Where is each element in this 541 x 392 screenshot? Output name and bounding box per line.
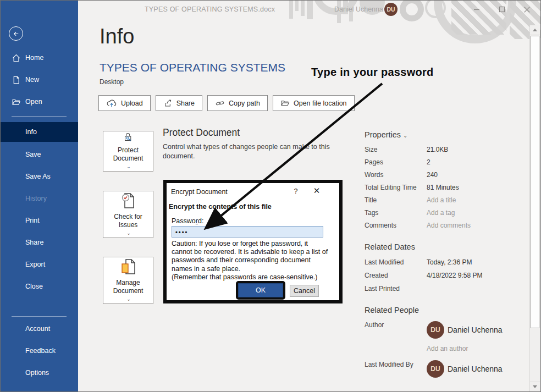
document-location: Desktop — [100, 78, 124, 86]
card-label: Manage Document — [108, 279, 148, 295]
sidebar-item-info[interactable]: Info — [1, 122, 78, 142]
sidebar-item-history: History — [1, 189, 78, 208]
back-button[interactable] — [9, 26, 23, 41]
scrollbar-thumb[interactable] — [531, 36, 539, 328]
sidebar-item-account[interactable]: Account — [1, 319, 78, 339]
sidebar-item-home[interactable]: Home — [1, 47, 78, 69]
copy-path-button[interactable]: Copy path — [207, 95, 268, 111]
sidebar-item-label: Open — [25, 98, 42, 106]
dialog-title: Encrypt Document — [171, 188, 228, 196]
author-avatar[interactable]: DU — [427, 321, 444, 339]
property-row-comments: CommentsAdd comments — [365, 219, 471, 231]
check-for-issues-icon — [119, 191, 137, 210]
upload-button[interactable]: Upload — [98, 95, 151, 111]
chevron-down-icon: ⌄ — [126, 295, 131, 303]
word-backstage-window: TYPES OF OPERATING SYSTEMS.docx Daniel U… — [0, 0, 541, 392]
close-icon — [523, 6, 531, 13]
property-row-title: TitleAdd a title — [365, 194, 456, 206]
page-title: Info — [100, 25, 134, 48]
author-name[interactable]: Daniel Uchenna — [448, 325, 503, 334]
sidebar-item-label: New — [25, 76, 39, 84]
add-author-field[interactable]: Add an author — [427, 345, 468, 352]
minimize-button[interactable] — [467, 1, 486, 18]
dialog-help-button[interactable]: ? — [291, 187, 301, 195]
scroll-down-icon — [533, 385, 537, 388]
dialog-close-button[interactable]: ✕ — [311, 186, 323, 196]
back-icon — [12, 30, 20, 38]
upload-cloud-icon — [106, 99, 117, 108]
user-avatar[interactable]: DU — [384, 3, 398, 16]
window-title: TYPES OF OPERATING SYSTEMS.docx — [145, 5, 275, 13]
author-label: Author — [365, 318, 427, 331]
sidebar-item-options[interactable]: Options — [1, 363, 78, 383]
add-title-field[interactable]: Add a title — [427, 196, 456, 204]
date-row-created: Created4/18/2022 9:58 PM — [365, 269, 482, 281]
last-modified-by-label: Last Modified By — [365, 358, 427, 371]
card-label: Protect Document — [109, 146, 147, 163]
protect-document-icon — [119, 131, 137, 143]
modified-by-name[interactable]: Daniel Uchenna — [448, 365, 503, 373]
sidebar-divider — [12, 316, 67, 317]
sidebar-item-new[interactable]: New — [1, 69, 78, 91]
maximize-button[interactable] — [493, 1, 511, 18]
annotation-text: Type in your password — [311, 66, 434, 79]
document-title: TYPES OF OPERATING SYSTEMS — [100, 61, 285, 74]
property-row-tags: TagsAdd a tag — [365, 206, 455, 219]
add-comments-field[interactable]: Add comments — [427, 222, 471, 229]
password-label: Password: — [172, 217, 203, 225]
dialog-heading: Encrypt the contents of this file — [169, 203, 272, 211]
sidebar-item-close[interactable]: Close — [1, 277, 78, 296]
scroll-up-button[interactable] — [530, 25, 540, 35]
close-button[interactable] — [517, 1, 536, 18]
new-document-icon — [12, 75, 21, 85]
ok-button[interactable]: OK — [238, 283, 283, 297]
property-row-size: Size21.0KB — [365, 143, 448, 156]
sidebar-item-save[interactable]: Save — [1, 145, 78, 164]
scroll-down-button[interactable] — [530, 382, 540, 391]
properties-header[interactable]: Properties⌄ — [365, 130, 407, 139]
property-row-pages: Pages2 — [365, 156, 430, 168]
property-row-editing-time: Total Editing Time81 Minutes — [365, 181, 459, 194]
minimize-icon — [473, 6, 480, 13]
card-label: Check for Issues — [109, 213, 147, 229]
protect-document-heading: Protect Document — [163, 127, 240, 139]
open-folder-icon — [12, 97, 21, 107]
manage-document-button[interactable]: Manage Document⌄ — [103, 257, 153, 304]
protect-document-description: Control what types of changes people can… — [163, 142, 350, 161]
related-people-header: Related People — [365, 306, 419, 314]
ok-button-highlight: OK — [236, 281, 285, 300]
folder-icon — [280, 98, 290, 108]
check-for-issues-button[interactable]: Check for Issues⌄ — [103, 191, 153, 238]
scrollbar[interactable] — [529, 25, 540, 391]
caution-text: Caution: If you lose or forget the passw… — [172, 240, 334, 281]
modified-by-avatar[interactable]: DU — [427, 360, 444, 378]
related-dates-header: Related Dates — [365, 242, 415, 251]
sidebar-item-export[interactable]: Export — [1, 255, 78, 274]
sidebar-item-feedback[interactable]: Feedback — [1, 341, 78, 361]
add-tag-field[interactable]: Add a tag — [427, 209, 455, 217]
sidebar-divider — [12, 116, 67, 117]
chevron-down-icon: ⌄ — [126, 163, 131, 171]
share-button[interactable]: Share — [156, 95, 202, 111]
maximize-icon — [499, 6, 505, 13]
home-icon — [12, 53, 21, 63]
encrypt-document-dialog: Encrypt Document ? ✕ Encrypt the content… — [163, 180, 343, 303]
date-row-last-printed: Last Printed — [365, 282, 427, 295]
user-name[interactable]: Daniel Uchenna — [334, 5, 383, 13]
scroll-up-icon — [533, 29, 537, 31]
cancel-button[interactable]: Cancel — [290, 285, 319, 297]
backstage-sidebar: Home New Open Info Save Save As History … — [1, 1, 78, 391]
manage-document-icon — [119, 257, 137, 276]
property-row-words: Words240 — [365, 168, 438, 181]
sidebar-item-save-as[interactable]: Save As — [1, 167, 78, 186]
sidebar-item-label: Home — [25, 54, 43, 62]
sidebar-item-share[interactable]: Share — [1, 233, 78, 252]
sidebar-item-print[interactable]: Print — [1, 211, 78, 230]
chevron-down-icon: ⌄ — [126, 229, 131, 238]
password-input[interactable]: •••• — [172, 226, 323, 238]
share-icon — [163, 98, 173, 108]
sidebar-item-open[interactable]: Open — [1, 91, 78, 113]
date-row-last-modified: Last ModifiedToday, 2:36 PM — [365, 256, 472, 268]
protect-document-button[interactable]: Protect Document⌄ — [103, 131, 153, 172]
open-file-location-button[interactable]: Open file location — [273, 95, 355, 111]
